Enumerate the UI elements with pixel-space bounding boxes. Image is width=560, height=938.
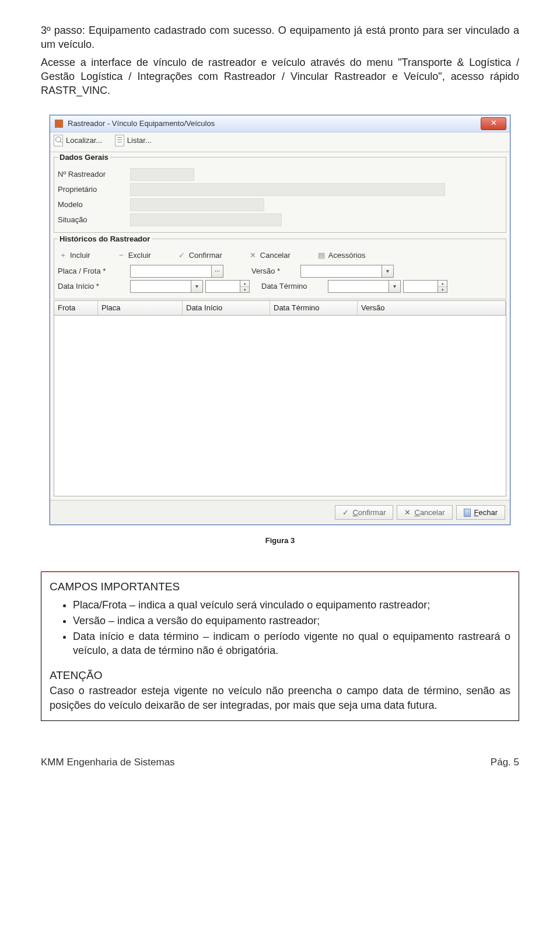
proprietario-label: Proprietário xyxy=(58,184,128,195)
fechar-btn-label: echar xyxy=(478,508,498,517)
chevron-down-icon[interactable]: ▾ xyxy=(191,280,203,293)
grid-header: Frota Placa Data Início Data Término Ver… xyxy=(54,300,506,316)
x-icon: ✕ xyxy=(249,250,257,261)
bullet-item: Placa/Frota – indica a qual veículo será… xyxy=(73,598,510,612)
minus-icon: − xyxy=(117,250,125,261)
col-versao[interactable]: Versão xyxy=(358,301,506,315)
page-footer: KMM Engenharia de Sistemas Pág. 5 xyxy=(41,756,519,769)
x-icon: ✕ xyxy=(404,508,411,518)
excluir-button[interactable]: −Excluir xyxy=(117,250,151,261)
col-data-termino[interactable]: Data Término xyxy=(270,301,358,315)
versao-label: Versão * xyxy=(251,266,298,276)
chevron-down-icon[interactable]: ▾ xyxy=(389,280,401,293)
situacao-field[interactable] xyxy=(130,214,282,226)
data-inicio-label: Data Início * xyxy=(58,281,128,292)
atencao-title: ATENÇÃO xyxy=(50,668,510,683)
versao-input[interactable] xyxy=(300,265,382,278)
hora-termino-input[interactable] xyxy=(403,280,438,293)
list-icon xyxy=(115,135,124,146)
footer-company: KMM Engenharia de Sistemas xyxy=(41,756,175,769)
titlebar: Rastreador - Vínculo Equipamento/Veículo… xyxy=(50,116,510,132)
confirmar-action[interactable]: ✓Confirmar xyxy=(178,250,222,261)
cancelar-btn-label: ancelar xyxy=(420,508,445,517)
legend-hist: Históricos do Rastreador xyxy=(58,234,152,244)
acess-icon: ▤ xyxy=(317,250,326,261)
toolbar: Localizar... Listar... xyxy=(50,132,510,152)
hora-inicio-input[interactable] xyxy=(205,280,240,293)
door-icon xyxy=(464,509,471,517)
close-icon[interactable]: ✕ xyxy=(481,117,506,130)
figure-caption: Figura 3 xyxy=(41,536,519,546)
num-rastreador-field[interactable] xyxy=(130,168,194,181)
acessorios-label: Acessórios xyxy=(328,250,366,261)
data-inicio-input[interactable] xyxy=(130,280,191,293)
listar-label: Listar... xyxy=(127,135,152,146)
spinner[interactable]: ▴▾ xyxy=(240,280,250,293)
bottom-bar: ✓Confirmar ✕Cancelar Fechar xyxy=(50,500,510,525)
num-rastreador-label: Nº Rastreador xyxy=(58,169,128,180)
col-frota[interactable]: Frota xyxy=(54,301,98,315)
modelo-field[interactable] xyxy=(130,198,264,211)
check-icon: ✓ xyxy=(342,508,349,518)
col-placa[interactable]: Placa xyxy=(98,301,183,315)
spinner[interactable]: ▴▾ xyxy=(438,280,447,293)
bullet-item: Versão – indica a versão do equipamento … xyxy=(73,614,510,628)
lookup-button[interactable]: ··· xyxy=(212,265,223,278)
form-area: Dados Gerais Nº Rastreador Proprietário … xyxy=(50,152,510,500)
proprietario-field[interactable] xyxy=(130,183,445,196)
acessorios-button[interactable]: ▤Acessórios xyxy=(317,250,366,261)
atencao-text: Caso o rastreador esteja vigente no veíc… xyxy=(50,684,510,712)
chevron-down-icon[interactable]: ▾ xyxy=(382,265,394,278)
grid-body[interactable] xyxy=(54,316,506,496)
situacao-label: Situação xyxy=(58,215,128,225)
confirmar-label: Confirmar xyxy=(189,250,222,261)
modelo-label: Modelo xyxy=(58,200,128,210)
box-title: CAMPOS IMPORTANTES xyxy=(50,579,510,594)
app-window: Rastreador - Vínculo Equipamento/Veículo… xyxy=(50,115,510,525)
excluir-label: Excluir xyxy=(128,250,151,261)
fechar-button[interactable]: Fechar xyxy=(456,505,505,520)
localizar-label: Localizar... xyxy=(66,135,102,146)
col-data-inicio[interactable]: Data Início xyxy=(183,301,270,315)
listar-button[interactable]: Listar... xyxy=(115,135,152,146)
placa-frota-label: Placa / Frota * xyxy=(58,266,128,276)
confirmar-button[interactable]: ✓Confirmar xyxy=(335,505,393,520)
placa-frota-input[interactable] xyxy=(130,265,212,278)
historicos-group: Históricos do Rastreador +Incluir −Exclu… xyxy=(54,234,506,299)
data-termino-input[interactable] xyxy=(328,280,389,293)
dados-gerais-group: Dados Gerais Nº Rastreador Proprietário … xyxy=(54,152,506,233)
app-icon xyxy=(55,120,63,128)
footer-page: Pág. 5 xyxy=(491,756,519,769)
cancelar-label: Cancelar xyxy=(260,250,290,261)
campos-importantes-box: CAMPOS IMPORTANTES Placa/Frota – indica … xyxy=(41,572,519,721)
cancelar-button[interactable]: ✕Cancelar xyxy=(397,505,452,520)
legend-gerais: Dados Gerais xyxy=(58,152,110,163)
window-title: Rastreador - Vínculo Equipamento/Veículo… xyxy=(68,118,215,129)
step-text: Acesse a interface de vínculo de rastrea… xyxy=(41,55,519,98)
confirmar-btn-label: onfirmar xyxy=(358,508,386,517)
cancelar-action[interactable]: ✕Cancelar xyxy=(249,250,290,261)
data-termino-label: Data Término xyxy=(261,281,326,292)
localizar-button[interactable]: Localizar... xyxy=(54,135,102,146)
action-row: +Incluir −Excluir ✓Confirmar ✕Cancelar ▤… xyxy=(58,248,502,263)
step-heading: 3º passo: Equipamento cadastrado com suc… xyxy=(41,23,519,52)
check-icon: ✓ xyxy=(178,250,186,261)
search-icon xyxy=(54,135,63,146)
bullet-item: Data início e data término – indicam o p… xyxy=(73,629,510,658)
incluir-button[interactable]: +Incluir xyxy=(59,250,90,261)
incluir-label: Incluir xyxy=(70,250,90,261)
plus-icon: + xyxy=(59,250,67,261)
